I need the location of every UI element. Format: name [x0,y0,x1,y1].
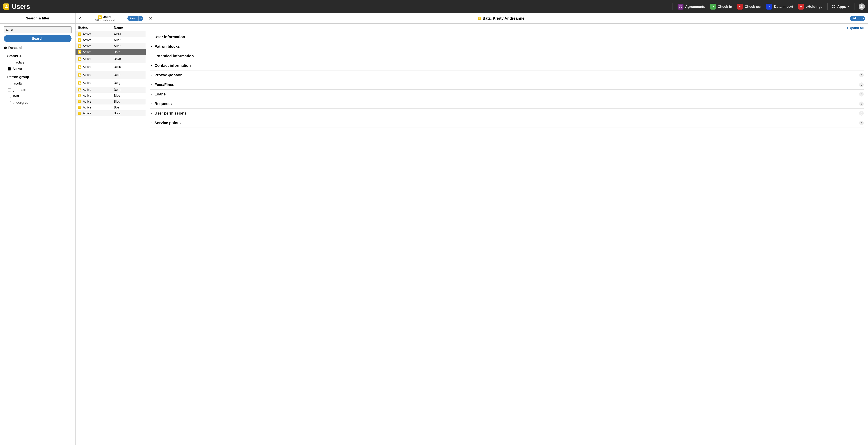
filter-option[interactable]: faculty [8,82,71,85]
edit-button-more[interactable] [860,16,865,21]
nav-checkout[interactable]: Check out [735,4,764,9]
result-row[interactable]: ActiveAuer [75,37,146,43]
accordion-section[interactable]: Extended information [150,52,864,61]
filter-option[interactable]: Inactive [8,60,71,64]
accordion-section[interactable]: User information [150,32,864,42]
filter-option-label: Inactive [12,60,25,64]
checkbox[interactable] [8,101,11,104]
results-column-headers: Status Name [75,24,146,31]
results-title-wrap: Users 164 records found [84,15,126,22]
users-mini-icon [478,17,481,20]
row-status-text: Active [83,94,91,98]
results-title: Users [84,15,126,19]
new-button-more[interactable] [138,16,143,21]
new-button[interactable]: New [127,16,138,21]
filter-patrongroup-header[interactable]: Patron group [4,75,71,79]
result-row[interactable]: ActiveBeck [75,63,146,71]
filter-body: Search Reset all Status InactiveActive P… [0,24,75,107]
accordion-section[interactable]: Requests0 [150,99,864,109]
nav-dataimport[interactable]: Data import [764,4,796,9]
column-name[interactable]: Name [114,26,143,30]
row-name: Boeh [114,106,143,109]
accordion-section[interactable]: Proxy/Sponsor0 [150,70,864,80]
result-row[interactable]: ActiveBloc [75,93,146,99]
result-row[interactable]: ActiveBern [75,87,146,93]
result-row[interactable]: ActiveBerg [75,79,146,87]
results-pane: Users 164 records found New Status Name … [75,13,146,445]
search-button[interactable]: Search [4,35,71,42]
user-row-icon [78,106,82,109]
checkbox[interactable] [8,82,11,85]
collapse-search-icon[interactable] [78,16,82,21]
row-status-text: Active [83,106,91,109]
checkbox[interactable] [8,67,11,70]
row-status-text: Active [83,44,91,48]
result-row[interactable]: ActiveBedr [75,71,146,79]
chevron-down-icon [150,83,153,86]
filter-option[interactable]: staff [8,94,71,98]
accordion-label: User permissions [155,111,858,116]
detail-title: Batz, Kristy Andreanne [154,16,848,21]
filter-status-header[interactable]: Status [4,54,71,58]
result-row[interactable]: ActiveBaye [75,55,146,63]
filter-option[interactable]: undergrad [8,101,71,105]
row-status: Active [78,100,114,103]
checkbox[interactable] [8,61,11,64]
accordion-section[interactable]: Service points3 [150,118,864,128]
row-status: Active [78,57,114,61]
expand-all-button[interactable]: Expand all [146,24,868,32]
search-input[interactable] [11,27,71,33]
accordion-section[interactable]: Patron blocks [150,42,864,52]
result-row[interactable]: ActiveADM [75,31,146,37]
user-avatar[interactable] [859,3,865,10]
new-button-group: New [127,16,143,21]
row-name: Batz [114,50,143,54]
row-status: Active [78,88,114,92]
clear-status-filter-icon[interactable] [19,55,22,57]
row-name: Bern [114,88,143,92]
dataimport-icon [766,4,772,9]
accordion-section[interactable]: Fees/Fines0 [150,80,864,90]
result-row[interactable]: ActiveBatz [75,49,146,55]
accordion-label: Proxy/Sponsor [155,73,858,77]
accordion-section[interactable]: Loans0 [150,90,864,99]
user-row-icon [78,88,82,92]
row-status: Active [78,94,114,98]
accordion-section[interactable]: Contact information [150,61,864,70]
apps-menu-button[interactable]: Apps [830,4,852,9]
user-row-icon [78,100,82,103]
result-row[interactable]: ActiveBoeh [75,104,146,110]
reset-all-button[interactable]: Reset all [4,46,71,50]
result-row[interactable]: ActiveAuer [75,43,146,49]
nav-eholdings[interactable]: eHoldings [796,4,825,9]
accordion-badge: 0 [859,73,864,77]
chevron-down-icon [150,93,153,96]
result-row[interactable]: ActiveBore [75,110,146,116]
close-icon[interactable] [149,17,152,20]
user-row-icon [78,32,82,36]
row-status-text: Active [83,100,91,103]
row-name: Auer [114,38,143,42]
agreements-icon [678,4,683,9]
row-status: Active [78,32,114,36]
row-status-text: Active [83,57,91,61]
filter-option[interactable]: graduate [8,88,71,92]
result-row[interactable]: ActiveBloc [75,99,146,104]
users-app-icon [3,3,9,10]
checkbox[interactable] [8,88,11,92]
row-status-text: Active [83,112,91,115]
checkbox[interactable] [8,95,11,98]
accordion-label: Patron blocks [155,44,864,49]
row-status-text: Active [83,38,91,42]
users-mini-icon [98,15,102,19]
edit-button[interactable]: Edit [850,16,860,21]
search-icon [6,28,9,32]
nav-agreements[interactable]: Agreements [675,4,708,9]
results-title-text: Users [103,15,112,19]
filter-option[interactable]: Active [8,67,71,71]
accordion-badge: 0 [859,111,864,116]
accordion-section[interactable]: User permissions0 [150,109,864,118]
column-status[interactable]: Status [78,26,114,30]
row-name: Berg [114,81,143,85]
nav-checkin[interactable]: Check in [708,4,735,9]
